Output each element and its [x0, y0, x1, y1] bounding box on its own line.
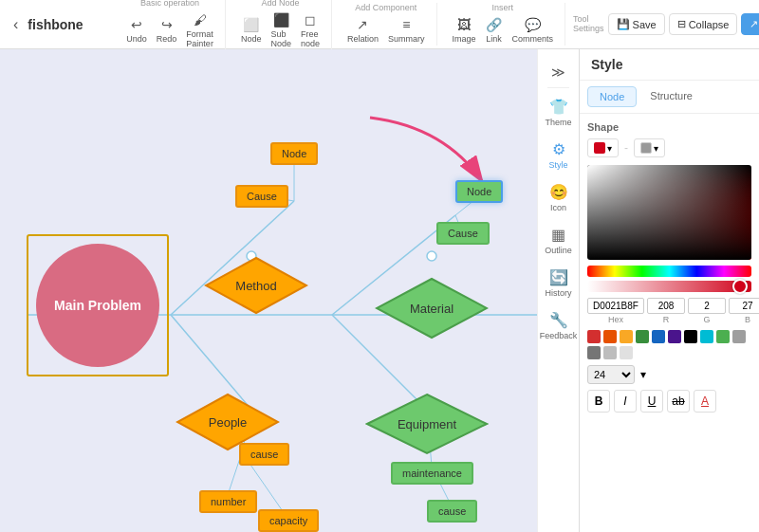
color-swatch[interactable]	[620, 346, 633, 359]
sub-node-button[interactable]: ⬛ Sub Node	[267, 9, 295, 50]
maintenance-box[interactable]: maintenance	[391, 462, 473, 485]
color-picker-alpha[interactable]	[587, 281, 751, 292]
relation-button[interactable]: ↗ Relation	[343, 14, 382, 46]
color-swatch[interactable]	[603, 330, 617, 343]
link-button[interactable]: 🔗 Link	[482, 14, 507, 46]
color-swatch[interactable]	[732, 330, 746, 343]
color-swatch[interactable]	[603, 346, 617, 359]
r-input-group: R	[647, 298, 685, 324]
color-swatch[interactable]	[716, 330, 730, 343]
history-label: History	[545, 288, 571, 298]
main-problem-label: Main Problem	[54, 298, 141, 313]
method-node[interactable]: Method	[204, 256, 308, 315]
summary-button[interactable]: ≡ Summary	[384, 14, 429, 46]
bold-button[interactable]: B	[587, 390, 610, 413]
node1-box[interactable]: Node	[270, 142, 318, 165]
equipment-diamond-svg: Equipment	[365, 393, 489, 455]
icon-button[interactable]: 😊 Icon	[540, 177, 578, 216]
strikethrough-label: ab	[672, 394, 684, 408]
add-node-items: ⬜ Node ⬛ Sub Node ◻ Free node	[237, 9, 324, 50]
tab-node[interactable]: Node	[587, 86, 637, 107]
color-swatch[interactable]	[636, 330, 649, 343]
g-input-group: G	[688, 298, 726, 324]
share-button[interactable]: ↗ Share	[741, 13, 759, 35]
b-input[interactable]	[729, 298, 759, 314]
r-input[interactable]	[647, 298, 685, 314]
svg-point-17	[427, 251, 436, 261]
summary-label: Summary	[388, 34, 425, 44]
node-button[interactable]: ⬜ Node	[237, 14, 266, 46]
main-problem-node[interactable]: Main Problem	[36, 244, 159, 367]
expand-panel-button[interactable]: ≫	[547, 57, 569, 88]
b-input-group: B	[729, 298, 759, 324]
color-swatch[interactable]	[587, 346, 601, 359]
color-swatch[interactable]	[700, 330, 713, 343]
color-swatch[interactable]	[652, 330, 665, 343]
free-node-button[interactable]: ◻ Free node	[297, 9, 324, 50]
fill-dropdown-icon: ▾	[607, 143, 612, 154]
format-painter-button[interactable]: 🖌 Format Painter	[182, 9, 217, 50]
capacity-box[interactable]: capacity	[258, 509, 319, 532]
share-icon: ↗	[750, 18, 758, 30]
g-input[interactable]	[688, 298, 726, 314]
underline-button[interactable]: U	[640, 390, 663, 413]
material-diamond-svg: Material	[375, 277, 489, 339]
link-label: Link	[486, 34, 502, 44]
undo-label: Undo	[126, 34, 147, 44]
canvas[interactable]: Main Problem Node Cause Node Cause Metho…	[0, 49, 537, 532]
fill-color-button[interactable]: ▾	[587, 138, 619, 157]
style-icon: ⚙	[548, 138, 569, 159]
color-inputs: Hex R G B A	[587, 298, 751, 324]
font-size-dropdown-icon: ▾	[640, 368, 646, 381]
undo-button[interactable]: ↩ Undo	[122, 14, 151, 46]
cause2-box[interactable]: Cause	[436, 222, 490, 245]
redo-button[interactable]: ↪ Redo	[153, 14, 181, 46]
summary-icon: ≡	[398, 16, 415, 33]
font-size-select[interactable]: 24 12 14 16 18 20	[587, 365, 635, 384]
outline-button[interactable]: ▦ Outline	[540, 220, 578, 259]
undo-icon: ↩	[128, 16, 145, 33]
stroke-color-button[interactable]: ▾	[634, 138, 665, 157]
save-button[interactable]: 💾 Save	[608, 13, 665, 35]
cause1-box[interactable]: Cause	[235, 185, 288, 208]
color-swatch[interactable]	[684, 330, 697, 343]
style-button[interactable]: ⚙ Style	[540, 135, 578, 174]
svg-text:Method: Method	[235, 279, 276, 293]
material-node[interactable]: Material	[375, 277, 489, 339]
right-panel: Style Node Structure Shape ▾ -	[579, 49, 759, 532]
color-swatch[interactable]	[620, 330, 633, 343]
color-picker-gradient[interactable]	[587, 165, 751, 260]
outline-icon: ▦	[548, 224, 569, 245]
color-picker-hue[interactable]	[587, 266, 751, 277]
format-painter-icon: 🖌	[192, 11, 209, 28]
color-swatch[interactable]	[668, 330, 681, 343]
relation-label: Relation	[347, 34, 379, 44]
feedback-label: Feedback	[540, 331, 578, 340]
feedback-button[interactable]: 🔧 Feedback	[540, 305, 578, 344]
font-color-button[interactable]: A	[694, 390, 716, 413]
back-button[interactable]: ‹	[8, 12, 24, 37]
number-box[interactable]: number	[199, 490, 257, 513]
italic-button[interactable]: I	[614, 390, 637, 413]
collapse-icon: ⊟	[677, 18, 686, 30]
hex-input[interactable]	[587, 298, 644, 314]
svg-text:People: People	[209, 415, 247, 430]
strikethrough-button[interactable]: ab	[667, 390, 690, 413]
cause4-box[interactable]: cause	[427, 500, 477, 523]
equipment-node[interactable]: Equipment	[365, 393, 489, 455]
stroke-color-dot	[640, 142, 652, 154]
image-icon: 🖼	[455, 16, 472, 33]
theme-button[interactable]: 👕 Theme	[540, 92, 578, 131]
comments-button[interactable]: 💬 Comments	[509, 14, 558, 46]
history-button[interactable]: 🔄 History	[540, 263, 578, 302]
hex-input-group: Hex	[587, 298, 644, 324]
color-swatch[interactable]	[636, 346, 649, 359]
image-button[interactable]: 🖼 Image	[449, 14, 480, 46]
side-icons-strip: ≫ 👕 Theme ⚙ Style 😊 Icon ▦ Outline 🔄 His…	[537, 49, 579, 532]
tab-structure[interactable]: Structure	[639, 86, 704, 107]
cause3-box[interactable]: cause	[239, 443, 289, 466]
color-swatch[interactable]	[587, 330, 601, 343]
collapse-button[interactable]: ⊟ Collapse	[669, 13, 738, 35]
node2-box[interactable]: Node	[455, 180, 503, 203]
theme-icon: 👕	[548, 96, 569, 117]
